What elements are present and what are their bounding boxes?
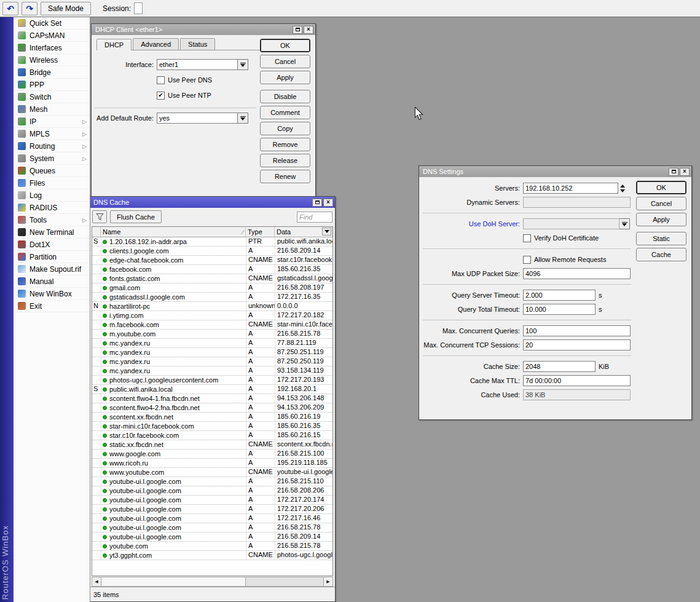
table-row[interactable]: www.google.comA216.58.215.100 [92,450,332,459]
table-row[interactable]: www.ricoh.ruA195.219.118.185 [92,459,332,468]
table-row[interactable]: mc.yandex.ruA87.250.251.119 [92,348,332,357]
table-row[interactable]: youtube-ui.l.google.comA216.58.215.78 [92,523,332,533]
remove-button[interactable]: Remove [260,138,310,151]
ok-button[interactable]: OK [260,39,310,52]
add-default-route-input[interactable] [157,113,238,124]
release-button[interactable]: Release [260,154,310,167]
cache-used-input[interactable] [523,389,631,400]
table-row[interactable]: edge-chat.facebook.comCNAMEstar.c10r.fac… [92,256,332,265]
type-column-header[interactable]: Type [246,227,275,237]
max-udp-packet-size-input[interactable] [523,268,631,279]
maximize-button[interactable] [312,199,322,207]
interface-dropdown[interactable] [238,59,248,70]
max-concurrent-queries-input[interactable] [523,325,631,336]
table-row[interactable]: Nhazartilirot-pcunknown0.0.0.0 [92,302,332,311]
undo-button[interactable]: ↶ [2,2,18,15]
disable-button[interactable]: Disable [260,90,310,103]
sidebar-item-dot1x[interactable]: Dot1X [14,239,90,251]
servers-input[interactable] [523,183,618,194]
sidebar-item-mpls[interactable]: MPLS▷ [14,128,90,140]
sidebar-item-make-supout-rif[interactable]: Make Supout.rif [14,263,90,275]
name-column-header[interactable]: Name∕ [101,227,246,237]
table-row[interactable]: i.ytimg.comA172.217.20.182 [92,311,332,320]
sidebar-item-quick-set[interactable]: Quick Set [14,17,90,30]
sidebar-item-switch[interactable]: Switch [14,91,90,103]
table-row[interactable]: star.c10r.facebook.comA185.60.216.15 [92,431,332,440]
table-row[interactable]: youtube-ui.l.google.comA216.58.208.206 [92,486,332,496]
max-concurrent-tcp-sessions-input[interactable] [523,339,631,351]
table-row[interactable]: gstaticadssl.l.google.comA172.217.16.35 [92,293,332,302]
sidebar-item-bridge[interactable]: Bridge [14,66,90,79]
close-button[interactable]: × [680,168,690,176]
flag-column-header[interactable] [92,227,101,237]
table-row[interactable]: scontent.xx.fbcdn.netA185.60.216.19 [92,413,332,422]
copy-button[interactable]: Copy [260,122,310,135]
scroll-left-icon[interactable]: ◀ [92,577,101,586]
sidebar-item-partition[interactable]: Partition [14,251,90,263]
sidebar-item-routing[interactable]: Routing▷ [14,140,90,152]
dns-cache-titlebar[interactable]: DNS Cache × [90,197,335,208]
cancel-button[interactable]: Cancel [636,197,686,210]
maximize-button[interactable] [669,168,678,176]
sidebar-item-tools[interactable]: Tools▷ [14,214,90,226]
table-row[interactable]: star-mini.c10r.facebook.comA185.60.216.3… [92,422,332,431]
table-row[interactable]: youtube.comA216.58.215.78 [92,542,332,551]
horizontal-scrollbar[interactable]: ◀ ▶ [92,577,333,587]
sidebar-item-system[interactable]: System▷ [14,152,90,165]
tab-dhcp[interactable]: DHCP [96,39,132,50]
sidebar-item-manual[interactable]: Manual [14,275,90,288]
allow-remote-requests-checkbox[interactable] [523,256,531,264]
cancel-button[interactable]: Cancel [260,55,310,68]
query-server-timeout-input[interactable] [523,290,596,301]
sidebar-item-log[interactable]: Log [14,189,90,202]
table-row[interactable]: m.facebook.comCNAMEstar-mini.c10r.facebo… [92,320,332,330]
safe-mode-button[interactable]: Safe Mode [41,2,91,15]
servers-spinner[interactable] [620,184,625,192]
table-row[interactable]: fonts.gstatic.comCNAMEgstaticadssl.l.goo… [92,274,332,283]
use-doh-server-dropdown[interactable] [619,218,630,229]
use-doh-server-label[interactable]: Use DoH Server: [422,220,520,228]
table-row[interactable]: S1.20.168.192.in-addr.arpaPTRpublic.wifi… [92,237,332,247]
cache-size-input[interactable] [523,361,596,372]
column-menu-button[interactable] [322,228,331,236]
table-row[interactable]: mc.yandex.ruA87.250.250.119 [92,357,332,366]
filter-button[interactable] [92,210,107,223]
sidebar-item-interfaces[interactable]: Interfaces [14,42,90,54]
sidebar-item-radius[interactable]: RADIUS [14,202,90,214]
tab-advanced[interactable]: Advanced [133,38,179,50]
sidebar-item-new-winbox[interactable]: New WinBox [14,288,90,300]
table-row[interactable]: youtube-ui.l.google.comA216.58.215.110 [92,477,332,486]
find-input[interactable] [297,212,332,223]
apply-button[interactable]: Apply [260,71,310,84]
table-row[interactable]: yt3.ggpht.comCNAMEphotos-ugc.l.googleuse… [92,551,332,560]
add-default-route-dropdown[interactable] [238,113,248,124]
table-row[interactable]: facebook.comA185.60.216.35 [92,265,332,274]
table-row[interactable]: youtube-ui.l.google.comA172.217.20.206 [92,505,332,514]
table-row[interactable]: clients.l.google.comA216.58.209.14 [92,247,332,256]
sidebar-item-mesh[interactable]: Mesh [14,103,90,116]
flush-cache-button[interactable]: Flush Cache [110,210,162,223]
sidebar-item-ip[interactable]: IP▷ [14,116,90,128]
sidebar-item-wireless[interactable]: Wireless [14,54,90,66]
use-peer-dns-checkbox[interactable] [157,76,165,84]
table-row[interactable]: m.youtube.comA216.58.215.78 [92,330,332,339]
close-button[interactable]: × [323,199,333,207]
dhcp-titlebar[interactable]: DHCP Client <ether1> × [92,24,315,35]
verify-doh-certificate-checkbox[interactable] [523,234,531,242]
apply-button[interactable]: Apply [636,213,686,226]
table-row[interactable]: mc.yandex.ruA93.158.134.119 [92,366,332,376]
table-row[interactable]: mc.yandex.ruA77.88.21.119 [92,339,332,348]
dns-settings-titlebar[interactable]: DNS Settings × [419,166,691,177]
cache-max-ttl-input[interactable] [523,375,631,386]
sidebar-item-files[interactable]: Files [14,177,90,189]
redo-button[interactable]: ↷ [22,2,37,15]
table-row[interactable]: scontent.flwo4-2.fna.fbcdn.netA94.153.20… [92,403,332,413]
sidebar-item-queues[interactable]: Queues [14,165,90,177]
table-row[interactable]: static.xx.fbcdn.netCNAMEscontent.xx.fbcd… [92,440,332,450]
static-button[interactable]: Static [636,232,686,245]
renew-button[interactable]: Renew [260,170,310,183]
use-peer-ntp-checkbox[interactable]: ✔ [157,92,165,100]
maximize-button[interactable] [293,26,302,34]
session-input[interactable] [134,2,143,14]
table-row[interactable]: youtube-ui.l.google.comA216.58.209.14 [92,533,332,542]
